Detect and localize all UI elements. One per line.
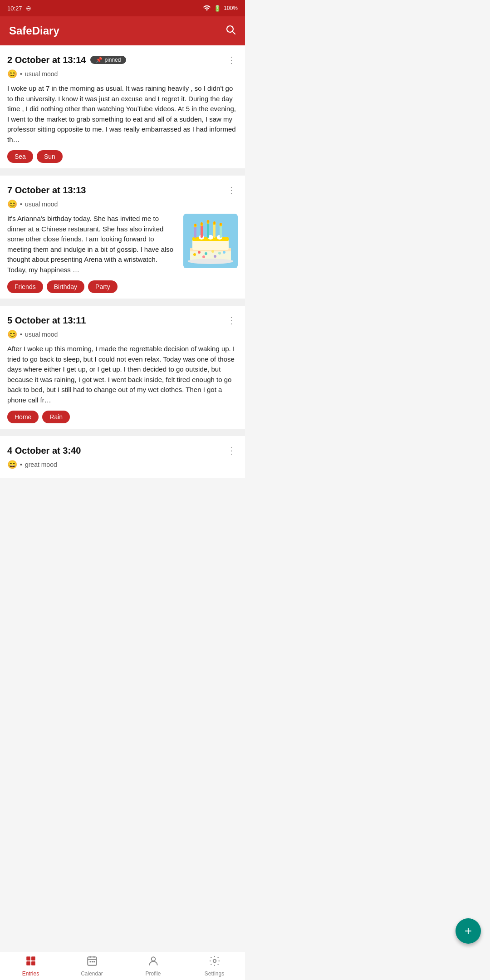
entry-body: It's Arianna's birthday today. She has i… (7, 214, 238, 275)
entry-card[interactable]: 5 October at 13:11 ⋮ 😊 • usual mood Afte… (0, 306, 245, 429)
tag[interactable]: Home (7, 411, 39, 423)
tag[interactable]: Friends (7, 280, 43, 293)
mood-label: great mood (25, 461, 57, 468)
svg-point-11 (205, 252, 207, 255)
tag[interactable]: Rain (42, 411, 70, 423)
entry-options-button[interactable]: ⋮ (225, 53, 238, 67)
entry-body: I woke up at 7 in the morning as usual. … (7, 83, 238, 145)
svg-rect-18 (201, 225, 203, 238)
entry-mood: 😊 • usual mood (7, 69, 238, 79)
entry-card-partial[interactable]: 4 October at 3:40 ⋮ 😄 • great mood (0, 436, 245, 478)
svg-point-12 (211, 250, 214, 253)
svg-rect-20 (213, 224, 216, 238)
entry-text: After I woke up this morning, I made the… (7, 344, 238, 405)
entry-card[interactable]: 7 October at 13:13 ⋮ 😊 • usual mood It's… (0, 176, 245, 299)
entry-text: I woke up at 7 in the morning as usual. … (7, 83, 238, 145)
notification-icon: ⊖ (26, 5, 31, 12)
svg-rect-22 (194, 226, 196, 238)
svg-point-13 (218, 252, 221, 255)
svg-point-10 (198, 251, 201, 254)
tag[interactable]: Birthday (47, 280, 84, 293)
mood-label: usual mood (25, 331, 58, 338)
entry-tags: Friends Birthday Party (7, 280, 238, 293)
entry-header: 5 October at 13:11 ⋮ (7, 313, 238, 328)
svg-point-24 (201, 222, 203, 225)
entry-mood: 😊 • usual mood (7, 199, 238, 209)
svg-point-28 (214, 221, 216, 224)
entry-image (183, 214, 238, 268)
entry-header: 4 October at 3:40 ⋮ (7, 443, 238, 458)
entry-options-button[interactable]: ⋮ (225, 443, 238, 458)
pin-icon: 📌 (96, 57, 103, 63)
entry-body: After I woke up this morning, I made the… (7, 344, 238, 405)
pinned-label: pinned (104, 57, 121, 63)
entry-options-button[interactable]: ⋮ (225, 313, 238, 328)
svg-rect-21 (220, 225, 222, 238)
entry-tags: Home Rain (7, 411, 238, 423)
entry-date: 2 October at 13:14 (7, 55, 86, 65)
entry-mood: 😊 • usual mood (7, 329, 238, 339)
mood-emoji: 😄 (7, 460, 17, 470)
status-time: 10:27 (7, 5, 22, 12)
svg-point-32 (195, 224, 196, 226)
tag[interactable]: Party (88, 280, 118, 293)
entry-date: 5 October at 13:11 (7, 315, 86, 326)
entry-header: 2 October at 13:14 📌 pinned ⋮ (7, 53, 238, 67)
svg-rect-34 (188, 260, 233, 262)
entry-header: 7 October at 13:13 ⋮ (7, 183, 238, 197)
svg-point-30 (220, 223, 222, 225)
mood-emoji: 😊 (7, 329, 17, 339)
svg-line-1 (233, 32, 235, 34)
battery-icon: 🔋 (214, 5, 221, 12)
app-bar: SafeDiary (0, 16, 245, 45)
entry-tags: Sea Sun (7, 150, 238, 163)
mood-emoji: 😊 (7, 69, 17, 79)
wifi-icon (203, 5, 211, 12)
search-button[interactable] (225, 24, 236, 38)
svg-point-14 (202, 255, 205, 258)
separator (0, 302, 245, 306)
entry-date: 4 October at 3:40 (7, 446, 81, 456)
entries-list: 2 October at 13:14 📌 pinned ⋮ 😊 • usual … (0, 45, 245, 478)
mood-label: usual mood (25, 70, 58, 78)
svg-point-17 (193, 253, 196, 256)
battery-level: 100% (224, 5, 238, 11)
entry-card[interactable]: 2 October at 13:14 📌 pinned ⋮ 😊 • usual … (0, 45, 245, 168)
tag[interactable]: Sea (7, 150, 33, 163)
entry-text: It's Arianna's birthday today. She has i… (7, 214, 178, 275)
entry-date: 7 October at 13:13 (7, 185, 86, 196)
svg-rect-19 (207, 223, 209, 238)
svg-point-15 (214, 255, 216, 258)
mood-emoji: 😊 (7, 199, 17, 209)
entry-options-button[interactable]: ⋮ (225, 183, 238, 197)
status-bar: 10:27 ⊖ 🔋 100% (0, 0, 245, 16)
svg-point-26 (207, 220, 209, 223)
app-title: SafeDiary (9, 24, 59, 37)
separator (0, 432, 245, 436)
entry-mood: 😄 • great mood (7, 460, 238, 470)
separator (0, 172, 245, 176)
tag[interactable]: Sun (37, 150, 63, 163)
svg-point-16 (223, 251, 225, 254)
pinned-badge: 📌 pinned (90, 56, 126, 64)
mood-label: usual mood (25, 201, 58, 208)
